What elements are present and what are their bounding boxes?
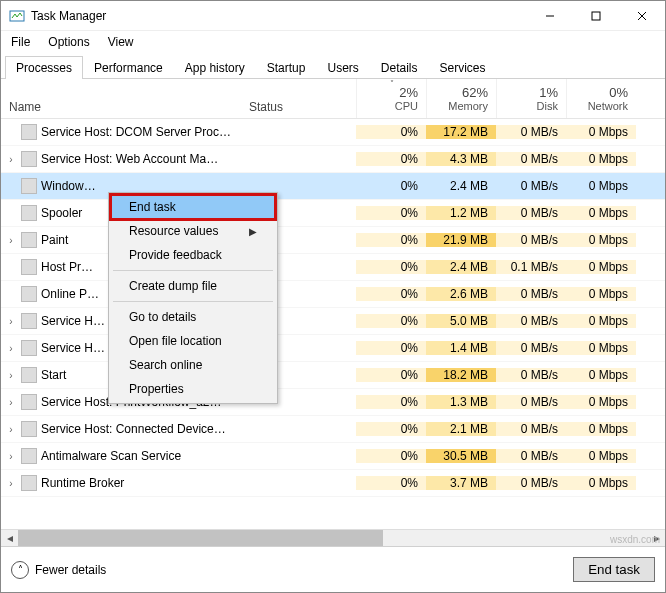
col-header-status[interactable]: Status [241, 79, 356, 118]
process-icon [21, 313, 37, 329]
context-menu-item[interactable]: Resource values▶ [111, 219, 275, 243]
tab-details[interactable]: Details [370, 56, 429, 79]
expand-icon[interactable]: › [5, 397, 17, 408]
context-menu-item[interactable]: Open file location [111, 329, 275, 353]
disk-cell: 0 MB/s [496, 314, 566, 328]
process-row[interactable]: ›Service Host: PrintWorkflow_a2…0%1.3 MB… [1, 389, 665, 416]
process-name: Service Host: DCOM Server Proc… [41, 125, 231, 139]
minimize-button[interactable] [527, 1, 573, 31]
cpu-cell: 0% [356, 179, 426, 193]
menu-view[interactable]: View [108, 35, 134, 49]
disk-cell: 0.1 MB/s [496, 260, 566, 274]
col-header-name[interactable]: Name [1, 79, 241, 118]
menu-separator [113, 270, 273, 271]
process-list[interactable]: Service Host: DCOM Server Proc…0%17.2 MB… [1, 119, 665, 529]
process-row[interactable]: ›Paint0%21.9 MB0 MB/s0 Mbps [1, 227, 665, 254]
context-menu-item[interactable]: Provide feedback [111, 243, 275, 267]
process-row[interactable]: Host Pr…0%2.4 MB0.1 MB/s0 Mbps [1, 254, 665, 281]
menu-file[interactable]: File [11, 35, 30, 49]
tab-services[interactable]: Services [429, 56, 497, 79]
col-header-cpu[interactable]: ˅ 2% CPU [356, 79, 426, 118]
disk-cell: 0 MB/s [496, 287, 566, 301]
fewer-details-label: Fewer details [35, 563, 106, 577]
col-header-disk[interactable]: 1% Disk [496, 79, 566, 118]
scroll-left-button[interactable]: ◂ [1, 530, 18, 546]
expand-icon[interactable]: › [5, 154, 17, 165]
tab-processes[interactable]: Processes [5, 56, 83, 79]
scroll-thumb[interactable] [18, 530, 383, 546]
expand-icon[interactable]: › [5, 478, 17, 489]
process-row[interactable]: ›Service Host: Web Account Ma…0%4.3 MB0 … [1, 146, 665, 173]
expand-icon[interactable]: › [5, 451, 17, 462]
col-header-network[interactable]: 0% Network [566, 79, 636, 118]
context-menu-item[interactable]: Properties [111, 377, 275, 401]
context-menu-item[interactable]: Create dump file [111, 274, 275, 298]
process-icon [21, 394, 37, 410]
process-icon [21, 259, 37, 275]
context-menu-item[interactable]: Search online [111, 353, 275, 377]
process-row[interactable]: ›Start0%18.2 MB0 MB/s0 Mbps [1, 362, 665, 389]
process-name: Antimalware Scan Service [41, 449, 181, 463]
expand-icon[interactable]: › [5, 424, 17, 435]
process-name: Host Pr… [41, 260, 93, 274]
cpu-cell: 0% [356, 314, 426, 328]
context-menu-item[interactable]: End task [111, 195, 275, 219]
watermark: wsxdn.com [610, 534, 660, 545]
tab-users[interactable]: Users [316, 56, 369, 79]
cpu-cell: 0% [356, 449, 426, 463]
disk-cell: 0 MB/s [496, 476, 566, 490]
expand-icon[interactable]: › [5, 316, 17, 327]
memory-cell: 2.4 MB [426, 179, 496, 193]
process-row[interactable]: ›Service Host: Connected Device…0%2.1 MB… [1, 416, 665, 443]
tab-app-history[interactable]: App history [174, 56, 256, 79]
close-button[interactable] [619, 1, 665, 31]
cpu-cell: 0% [356, 152, 426, 166]
network-cell: 0 Mbps [566, 314, 636, 328]
disk-cell: 0 MB/s [496, 179, 566, 193]
process-row[interactable]: Spooler0%1.2 MB0 MB/s0 Mbps [1, 200, 665, 227]
context-menu-label: End task [129, 200, 176, 214]
process-name: Service Host: Web Account Ma… [41, 152, 218, 166]
process-row[interactable]: Online P…0%2.6 MB0 MB/s0 Mbps [1, 281, 665, 308]
cpu-cell: 0% [356, 125, 426, 139]
expand-icon[interactable]: › [5, 370, 17, 381]
process-row[interactable]: Service Host: DCOM Server Proc…0%17.2 MB… [1, 119, 665, 146]
end-task-button[interactable]: End task [573, 557, 655, 582]
titlebar: Task Manager [1, 1, 665, 31]
menu-options[interactable]: Options [48, 35, 89, 49]
chevron-up-icon: ˄ [11, 561, 29, 579]
process-icon [21, 232, 37, 248]
context-menu-label: Provide feedback [129, 248, 222, 262]
cpu-cell: 0% [356, 368, 426, 382]
maximize-button[interactable] [573, 1, 619, 31]
network-cell: 0 Mbps [566, 341, 636, 355]
horizontal-scrollbar[interactable]: ◂ ▸ [1, 529, 665, 546]
process-row[interactable]: ›Antimalware Scan Service0%30.5 MB0 MB/s… [1, 443, 665, 470]
process-row[interactable]: ›Service H…0%1.4 MB0 MB/s0 Mbps [1, 335, 665, 362]
process-row[interactable]: ›Runtime Broker0%3.7 MB0 MB/s0 Mbps [1, 470, 665, 497]
cpu-cell: 0% [356, 287, 426, 301]
tab-performance[interactable]: Performance [83, 56, 174, 79]
cpu-cell: 0% [356, 260, 426, 274]
cpu-cell: 0% [356, 341, 426, 355]
scroll-track[interactable] [18, 530, 648, 546]
expand-icon[interactable]: › [5, 343, 17, 354]
network-cell: 0 Mbps [566, 206, 636, 220]
process-row[interactable]: Window…0%2.4 MB0 MB/s0 Mbps [1, 173, 665, 200]
fewer-details-button[interactable]: ˄ Fewer details [11, 561, 106, 579]
process-icon [21, 475, 37, 491]
network-cell: 0 Mbps [566, 395, 636, 409]
sort-indicator-icon: ˅ [390, 79, 394, 88]
process-icon [21, 178, 37, 194]
expand-icon[interactable]: › [5, 235, 17, 246]
context-menu-item[interactable]: Go to details [111, 305, 275, 329]
tabstrip: Processes Performance App history Startu… [1, 53, 665, 79]
disk-cell: 0 MB/s [496, 422, 566, 436]
memory-cell: 2.1 MB [426, 422, 496, 436]
col-header-memory[interactable]: 62% Memory [426, 79, 496, 118]
tab-startup[interactable]: Startup [256, 56, 317, 79]
menu-separator [113, 301, 273, 302]
process-row[interactable]: ›Service H…0%5.0 MB0 MB/s0 Mbps [1, 308, 665, 335]
memory-cell: 18.2 MB [426, 368, 496, 382]
context-menu[interactable]: End taskResource values▶Provide feedback… [108, 192, 278, 404]
